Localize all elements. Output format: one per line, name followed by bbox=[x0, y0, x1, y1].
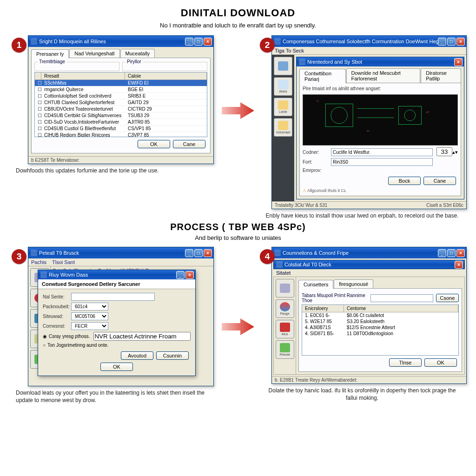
inner-window-title: Nrentedord and Sy Sbot bbox=[307, 59, 454, 65]
step3-caption: Download leats oy your offert you in the… bbox=[14, 386, 214, 404]
sidebar-btn[interactable] bbox=[276, 279, 294, 298]
result-table[interactable]: Enicrsloery Centorne 1. E0C61 6-$8.06 Ct… bbox=[302, 304, 459, 356]
codner-input[interactable] bbox=[331, 148, 433, 156]
section-title: PROCESS ( TBP WEB 4SPc) bbox=[0, 219, 476, 232]
close-button[interactable]: × bbox=[454, 58, 463, 66]
update-list[interactable]: Rresatt Caloie ☐SSchhMssEWIFD EI ☐rmganc… bbox=[34, 72, 207, 137]
arrow-icon bbox=[222, 317, 254, 337]
close-button[interactable]: × bbox=[455, 261, 463, 269]
minimize-button[interactable]: _ bbox=[438, 38, 446, 46]
table-row: 4. A3I0B71S$12/S Encestnie Attesrt bbox=[302, 324, 458, 331]
menu-bar[interactable]: PachisTlsoi Sant bbox=[28, 258, 213, 266]
tab-3[interactable]: Muceatally bbox=[120, 49, 155, 58]
menu-bar[interactable]: Sitatet bbox=[273, 269, 465, 277]
section-subtitle: And berlip to software to uniates bbox=[0, 232, 476, 245]
tab-1[interactable]: Prersaner ly bbox=[31, 49, 69, 58]
svg-text:ax: ax bbox=[367, 129, 370, 132]
window-step1: Sright D Minoquein all Rilines _ □ × Pre… bbox=[28, 35, 214, 164]
sidebar-btn[interactable]: Abeis bbox=[274, 77, 292, 96]
sidebar-btn[interactable]: Lebttr bbox=[274, 98, 292, 116]
radio1-value[interactable] bbox=[93, 332, 191, 341]
table-row: 5. W2E17 85S3.20 Ealoksteeth bbox=[302, 318, 458, 324]
minimize-button[interactable]: _ bbox=[176, 271, 185, 279]
fort-input[interactable] bbox=[331, 158, 433, 166]
close-button[interactable]: × bbox=[456, 249, 465, 257]
tlnse-button[interactable]: Tlnse bbox=[389, 358, 422, 367]
arrow-icon bbox=[222, 100, 254, 121]
radio-option-1[interactable]: ◉Csray yresg pthoss. bbox=[43, 331, 191, 342]
sidebar-btn[interactable] bbox=[274, 57, 292, 75]
window-step3-back: Peteall T9 Brusck _ □ × PachisTlsoi Sant bbox=[28, 247, 214, 386]
close-button[interactable]: × bbox=[204, 38, 212, 46]
col-b: Centorne bbox=[344, 305, 458, 312]
sieu-select[interactable]: MC05T06 bbox=[71, 312, 108, 320]
minimize-button[interactable]: _ bbox=[185, 249, 193, 257]
tab-1[interactable]: Contwttibon Pariarj bbox=[299, 69, 346, 83]
maximize-button[interactable]: □ bbox=[194, 249, 203, 257]
nal-input[interactable] bbox=[71, 293, 155, 301]
cancel-button[interactable]: Csunnin bbox=[156, 351, 189, 360]
radio-option-2[interactable]: ○Ton Jogsrimetinng aund onte. bbox=[43, 342, 191, 349]
svg-rect-5 bbox=[398, 106, 421, 125]
table-row: 1. E0C61 6-$8.06 Ct culalletot bbox=[302, 312, 458, 318]
hint-text: Plre tmaist inf os alnilit athnee angset… bbox=[303, 86, 458, 93]
sidebar-btn[interactable]: Voicenaet bbox=[274, 118, 292, 137]
maximize-button[interactable]: □ bbox=[447, 249, 456, 257]
tab-2[interactable]: Downlde nd Mescubrt Farlorenest bbox=[346, 68, 421, 83]
list-item: ☐SSchhMssEWIFD EI bbox=[35, 80, 207, 86]
page-subtitle: No I montratble and loluch to ife enrafi… bbox=[0, 19, 476, 33]
list-item: ☐rmgancké QuiterceBGE EI bbox=[35, 86, 207, 93]
close-button[interactable]: × bbox=[185, 271, 194, 279]
list-item: ☐CID-SuD Vocsb,IntisloetreFartuniverAJIT… bbox=[35, 119, 207, 126]
list-item: ☐CB8UDVOctnt ToateoresterturvetCICTRD 29 bbox=[35, 106, 207, 112]
minimize-button[interactable]: _ bbox=[185, 38, 193, 46]
maximize-button[interactable]: □ bbox=[447, 38, 456, 46]
sidebar-btn[interactable]: Atos bbox=[276, 320, 294, 338]
top-input[interactable] bbox=[370, 294, 433, 302]
svg-point-6 bbox=[404, 110, 416, 121]
num-input[interactable] bbox=[436, 147, 452, 156]
sidebar-btn[interactable]: Pauge bbox=[276, 299, 294, 318]
window-title: Peteall T9 Brusck bbox=[39, 250, 185, 256]
close-button[interactable]: × bbox=[204, 249, 212, 257]
svg-text:r1: r1 bbox=[317, 99, 319, 102]
status-right: Ciselt a S3rt E06c bbox=[426, 203, 463, 208]
cancel-button[interactable]: Cane bbox=[423, 177, 456, 185]
list-item: ☐CIHUB Rediorn Biglier RnicoresC3VP7 85 bbox=[35, 132, 207, 137]
svg-marker-0 bbox=[222, 102, 254, 119]
tab-a[interactable]: Cunsetters bbox=[298, 280, 333, 289]
conn-select[interactable]: FECR bbox=[71, 322, 108, 330]
window-title: Coumnelions & Conord Fripe bbox=[283, 250, 438, 256]
ok-button[interactable]: OK bbox=[138, 140, 170, 148]
status-left: Trstalelty 3Ck/ Wur & 531 bbox=[275, 203, 327, 208]
cancel-button[interactable]: Csone bbox=[436, 294, 459, 302]
ok-button[interactable]: OK bbox=[424, 358, 457, 367]
window-step2-outer: Componersas Cothurrensal Soloitectfh Cor… bbox=[271, 35, 467, 209]
app-icon bbox=[299, 59, 305, 65]
ok-button[interactable]: OK bbox=[100, 363, 133, 371]
app-icon bbox=[274, 38, 281, 45]
minimize-button[interactable]: _ bbox=[438, 249, 446, 257]
maximize-button[interactable]: □ bbox=[194, 38, 203, 46]
tab-b[interactable]: firesgunousé bbox=[334, 279, 373, 288]
tab-3[interactable]: Diratorse Patlilp bbox=[421, 68, 461, 83]
app-icon bbox=[40, 271, 47, 278]
app-icon bbox=[276, 261, 283, 268]
pack-select[interactable]: 601c4 bbox=[71, 303, 108, 311]
accept-button[interactable]: Avoutod bbox=[121, 351, 153, 360]
tab-2[interactable]: Nad Velungeshatl bbox=[69, 49, 119, 58]
step2-caption: Enbly have kieus to install thow usar lw… bbox=[262, 209, 462, 219]
app-icon bbox=[31, 38, 37, 45]
svg-rect-1 bbox=[325, 104, 353, 127]
close-button[interactable]: × bbox=[456, 38, 465, 46]
menu-bar[interactable]: Tiga To Seck bbox=[272, 47, 466, 55]
status-text: b E2S8T Te Mervatose: bbox=[31, 158, 79, 163]
app-icon bbox=[274, 250, 281, 256]
sidebar-btn[interactable]: Rnesat bbox=[276, 340, 294, 359]
list-item: ☐CD4SUB Custlol G BlietfreetfenifutCS/VP… bbox=[35, 126, 207, 132]
cancel-button[interactable]: Cane bbox=[173, 140, 205, 148]
preview-area: r1d2ax bbox=[303, 94, 458, 145]
col-a: Enicrsloery bbox=[302, 305, 344, 312]
dialog-header: Conwtued Surgenooed Detlery Sarcuner bbox=[38, 279, 195, 289]
back-button[interactable]: Bock bbox=[388, 177, 421, 185]
